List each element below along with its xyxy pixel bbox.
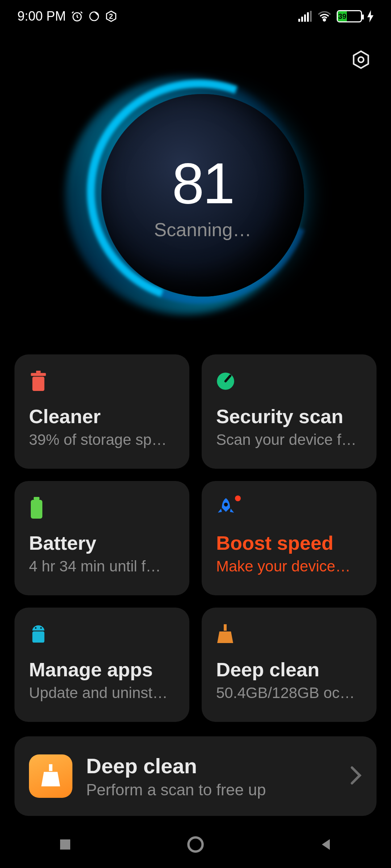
svg-rect-18: [32, 631, 44, 643]
system-nav-bar: [0, 821, 391, 868]
orb-core: 81 Scanning…: [101, 94, 304, 297]
svg-rect-3: [301, 17, 303, 22]
card-deep-clean[interactable]: Deep clean 50.4GB/128GB oc…: [202, 608, 377, 722]
svg-point-22: [189, 838, 203, 852]
card-battery[interactable]: Battery 4 hr 34 min until f…: [14, 481, 189, 595]
status-right: 39: [298, 10, 374, 22]
status-time: 9:00 PM: [17, 9, 66, 24]
card-subtitle: 4 hr 34 min until f…: [29, 558, 175, 575]
card-cleaner[interactable]: Cleaner 39% of storage sp…: [14, 354, 189, 469]
nav-recent-button[interactable]: [29, 837, 101, 852]
score-orb[interactable]: 81 Scanning…: [0, 54, 391, 336]
promo-subtitle: Perform a scan to free up: [86, 781, 336, 799]
battery-icon: [29, 496, 175, 519]
card-subtitle: Make your device…: [216, 558, 362, 575]
security-score: 81: [172, 150, 234, 217]
card-title: Battery: [29, 532, 175, 554]
alarm-icon: [71, 10, 83, 22]
card-title: Manage apps: [29, 658, 175, 681]
svg-rect-6: [310, 11, 312, 22]
card-subtitle: 39% of storage sp…: [29, 431, 175, 448]
trash-icon: [29, 370, 175, 393]
alert-dot-icon: [235, 495, 241, 501]
status-bar: 9:00 PM 2 39: [0, 0, 391, 33]
svg-point-15: [224, 503, 228, 507]
promo-card-deep-clean[interactable]: Deep clean Perform a scan to free up: [14, 736, 377, 816]
svg-rect-21: [60, 839, 70, 850]
svg-point-7: [323, 19, 325, 21]
battery-percent: 39: [338, 11, 347, 21]
shield-scan-icon: [216, 370, 362, 393]
card-subtitle: 50.4GB/128GB oc…: [216, 684, 362, 702]
charging-icon: [367, 10, 374, 22]
data-saver-icon: [88, 10, 100, 22]
cell-signal-icon: [298, 11, 312, 22]
promo-title: Deep clean: [86, 754, 336, 778]
card-subtitle: Scan your device f…: [216, 431, 362, 448]
card-security-scan[interactable]: Security scan Scan your device f…: [202, 354, 377, 469]
nav-home-button[interactable]: [159, 835, 232, 854]
svg-rect-5: [307, 12, 309, 22]
svg-point-17: [40, 627, 42, 629]
battery-icon: 39: [337, 10, 362, 22]
svg-rect-13: [34, 497, 39, 500]
svg-rect-14: [31, 500, 42, 519]
card-title: Boost speed: [216, 532, 362, 554]
nav-back-button[interactable]: [290, 837, 362, 852]
svg-rect-20: [49, 764, 52, 771]
card-manage-apps[interactable]: Manage apps Update and uninst…: [14, 608, 189, 722]
svg-rect-4: [304, 14, 306, 22]
svg-rect-9: [32, 377, 44, 391]
card-title: Cleaner: [29, 405, 175, 427]
svg-rect-11: [36, 371, 41, 373]
sim-badge-icon: 2: [105, 10, 117, 22]
svg-point-16: [35, 627, 37, 629]
wifi-icon: [317, 11, 332, 22]
card-subtitle: Update and uninst…: [29, 684, 175, 702]
chevron-right-icon: [350, 766, 362, 787]
card-title: Security scan: [216, 405, 362, 427]
security-status: Scanning…: [154, 219, 252, 241]
card-title: Deep clean: [216, 658, 362, 681]
feature-cards-grid: Cleaner 39% of storage sp… Security scan…: [14, 354, 377, 722]
rocket-icon: [216, 496, 362, 519]
card-boost-speed[interactable]: Boost speed Make your device…: [202, 481, 377, 595]
status-left: 9:00 PM 2: [17, 9, 117, 24]
svg-rect-19: [224, 624, 227, 631]
svg-rect-2: [298, 19, 300, 22]
android-icon: [29, 623, 175, 646]
broom-icon: [216, 623, 362, 646]
sim-number: 2: [109, 12, 113, 21]
broom-app-icon: [29, 754, 72, 798]
svg-rect-10: [31, 373, 46, 376]
